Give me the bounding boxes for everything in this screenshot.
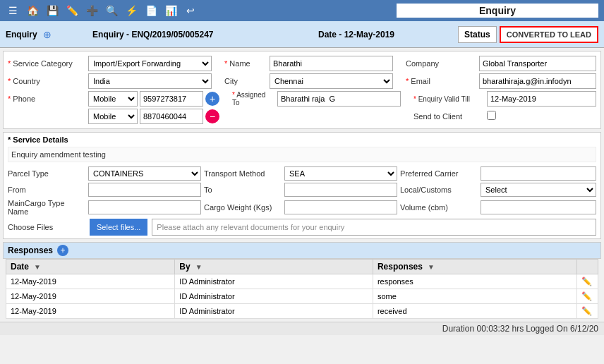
email-input[interactable] xyxy=(479,73,596,89)
phone-type-1-select[interactable]: Mobile xyxy=(88,91,138,107)
responses-label: Responses xyxy=(8,245,53,255)
date-filter-icon[interactable]: ▼ xyxy=(34,263,41,271)
parcel-type-select[interactable]: CONTAINERS xyxy=(88,166,201,181)
send-to-client-label: Send to Client xyxy=(413,112,484,121)
assigned-to-input[interactable] xyxy=(277,91,401,107)
row-3-by: ID Administrator xyxy=(175,304,373,319)
chart-icon[interactable]: 📊 xyxy=(164,4,178,18)
enquiry-date: Date - 12-May-2019 xyxy=(318,30,394,40)
service-details-title: * Service Details xyxy=(8,135,596,144)
country-select[interactable]: India xyxy=(88,73,212,89)
enquiry-section-label: Enquiry xyxy=(6,30,37,40)
send-to-client-checkbox[interactable] xyxy=(487,111,496,120)
row-3-response: received xyxy=(373,304,576,319)
service-note: Enquiry amendment testing xyxy=(8,147,596,162)
undo-icon[interactable]: ↩ xyxy=(183,4,198,18)
responses-table: Date ▼ By ▼ Responses ▼ 12-May-2019 ID A… xyxy=(6,259,598,319)
row-1-edit[interactable]: ✏️ xyxy=(577,274,598,289)
email-label: Email xyxy=(406,77,476,85)
status-section: Status CONVERTED TO LEAD xyxy=(458,26,598,43)
edit-pencil-icon[interactable]: ✏️ xyxy=(65,4,79,18)
responses-column-header: Responses ▼ xyxy=(373,260,576,274)
remove-phone-button[interactable]: − xyxy=(205,109,219,123)
page-title: Enquiry xyxy=(397,4,598,18)
transport-method-label: Transport Method xyxy=(204,169,282,178)
country-label: Country xyxy=(8,77,78,85)
service-details-section: * Service Details Enquiry amendment test… xyxy=(3,132,601,239)
maincargo-input[interactable] xyxy=(88,200,201,214)
choose-files-label: Choose Files xyxy=(8,223,85,231)
row-2-edit[interactable]: ✏️ xyxy=(577,289,598,304)
add-response-button[interactable]: + xyxy=(57,245,68,256)
menu-icon[interactable]: ☰ xyxy=(6,4,20,18)
cargo-weight-label: Cargo Weight (Kgs) xyxy=(204,203,282,212)
maincargo-label: MainCargo Type Name xyxy=(8,199,85,216)
name-input[interactable] xyxy=(270,56,393,71)
actions-column-header xyxy=(577,260,598,274)
volume-label: Volume (cbm) xyxy=(400,203,478,212)
preferred-carrier-label: Preferred Carrier xyxy=(400,169,478,178)
row-1-date: 12-May-2019 xyxy=(6,274,175,289)
local-customs-label: Local/Customs xyxy=(400,186,478,194)
phone-number-2-input[interactable] xyxy=(140,109,203,124)
footer-logged-on: Logged On 6/12/20 xyxy=(526,324,598,334)
row-2-response: some xyxy=(373,289,576,304)
to-input[interactable] xyxy=(284,183,397,197)
file-placeholder: Please attach any relevant documents for… xyxy=(152,219,596,236)
row-3-date: 12-May-2019 xyxy=(6,304,175,319)
date-column-header: Date ▼ xyxy=(6,260,175,274)
responses-header: Responses + xyxy=(3,242,601,259)
company-input[interactable] xyxy=(479,56,596,71)
document-icon[interactable]: 📄 xyxy=(144,4,158,18)
city-select[interactable]: Chennai xyxy=(270,73,393,89)
assigned-to-label: Assigned To xyxy=(232,91,274,107)
home-icon[interactable]: 🏠 xyxy=(25,4,40,18)
footer: Duration 00:03:32 hrs Logged On 6/12/20 xyxy=(0,322,604,335)
save-icon[interactable]: 💾 xyxy=(45,4,59,18)
phone-label: Phone xyxy=(8,95,78,103)
row-1-by: ID Administrator xyxy=(175,274,373,289)
phone-type-2-select[interactable]: Mobile xyxy=(88,109,138,124)
enquiry-valid-input[interactable] xyxy=(487,91,596,107)
service-category-select[interactable]: Import/Export Forwarding xyxy=(88,56,212,71)
add-phone-button[interactable]: + xyxy=(205,92,219,106)
flash-icon[interactable]: ⚡ xyxy=(124,4,138,18)
search-icon[interactable]: 🔍 xyxy=(104,4,119,18)
company-label: Company xyxy=(406,59,476,68)
transport-method-select[interactable]: SEA xyxy=(284,166,397,181)
row-2-by: ID Administrator xyxy=(175,289,373,304)
preferred-carrier-input[interactable] xyxy=(481,166,596,181)
edit-row-1-icon[interactable]: ✏️ xyxy=(581,277,592,286)
header-bar: Enquiry ⊕ Enquiry - ENQ/2019/05/005247 D… xyxy=(0,21,604,48)
top-form: Service Category Import/Export Forwardin… xyxy=(3,51,601,129)
enquiry-number: Enquiry - ENQ/2019/05/005247 xyxy=(92,30,213,40)
parcel-type-label: Parcel Type xyxy=(8,169,85,178)
by-column-header: By ▼ xyxy=(175,260,373,274)
footer-duration: Duration 00:03:32 hrs xyxy=(442,324,524,334)
service-category-label: Service Category xyxy=(8,59,78,68)
row-2-date: 12-May-2019 xyxy=(6,289,175,304)
by-filter-icon[interactable]: ▼ xyxy=(195,263,203,271)
local-customs-select[interactable]: Select xyxy=(481,183,596,197)
from-label: From xyxy=(8,186,85,194)
add-enquiry-icon[interactable]: ⊕ xyxy=(43,29,52,40)
enquiry-valid-label: Enquiry Valid Till xyxy=(413,95,484,103)
phone-number-1-input[interactable] xyxy=(140,91,203,107)
responses-filter-icon[interactable]: ▼ xyxy=(428,263,435,271)
row-1-response: responses xyxy=(373,274,576,289)
from-input[interactable] xyxy=(88,183,201,197)
row-3-edit[interactable]: ✏️ xyxy=(577,304,598,319)
table-row: 12-May-2019 ID Administrator some ✏️ xyxy=(6,289,598,304)
select-files-button[interactable]: Select files... xyxy=(90,219,147,236)
volume-input[interactable] xyxy=(481,200,596,214)
status-label: Status xyxy=(458,26,497,43)
cargo-weight-input[interactable] xyxy=(284,200,397,214)
edit-row-2-icon[interactable]: ✏️ xyxy=(581,291,592,301)
name-label: Name xyxy=(224,59,267,68)
table-row: 12-May-2019 ID Administrator received ✏️ xyxy=(6,304,598,319)
toolbar: ☰ 🏠 💾 ✏️ ➕ 🔍 ⚡ 📄 📊 ↩ Enquiry xyxy=(0,0,604,21)
responses-section: Responses + Date ▼ By ▼ Responses ▼ xyxy=(3,242,601,319)
city-label: City xyxy=(224,77,267,85)
add-icon[interactable]: ➕ xyxy=(85,4,99,18)
edit-row-3-icon[interactable]: ✏️ xyxy=(581,306,592,316)
